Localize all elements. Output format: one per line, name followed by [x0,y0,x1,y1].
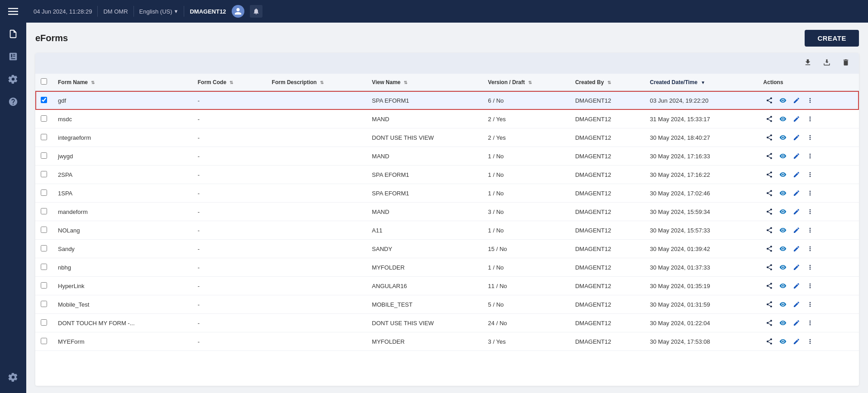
row-checkbox[interactable] [41,171,47,177]
more-button[interactable] [804,151,816,161]
share-button[interactable] [763,133,775,142]
share-button[interactable] [763,336,775,346]
avatar[interactable] [232,5,244,18]
more-button[interactable] [804,336,816,346]
edit-button[interactable] [791,299,802,309]
more-button[interactable] [804,170,816,180]
more-button[interactable] [804,207,816,217]
more-button[interactable] [804,114,816,124]
row-checkbox-cell[interactable] [35,110,52,128]
edit-button[interactable] [791,151,802,161]
share-button[interactable] [763,318,775,328]
view-button[interactable] [777,114,789,124]
row-checkbox-cell[interactable] [35,203,52,221]
sidebar-item-document[interactable] [0,23,26,45]
row-checkbox[interactable] [41,152,47,159]
row-checkbox-cell[interactable] [35,128,52,147]
edit-button[interactable] [791,281,802,291]
sidebar-bottom-settings[interactable] [8,366,18,388]
row-checkbox[interactable] [41,282,47,289]
more-button[interactable] [804,225,816,235]
sidebar-item-settings[interactable] [0,68,26,90]
row-checkbox-cell[interactable] [35,277,52,295]
row-checkbox[interactable] [41,208,47,214]
row-checkbox-cell[interactable] [35,258,52,277]
row-checkbox-cell[interactable] [35,332,52,351]
row-checkbox[interactable] [41,134,47,140]
row-checkbox-cell[interactable] [35,184,52,203]
view-button[interactable] [777,225,789,235]
col-view-name[interactable]: View Name ⇅ [367,74,483,91]
edit-button[interactable] [791,225,802,235]
share-button[interactable] [763,207,775,217]
edit-button[interactable] [791,95,802,105]
view-button[interactable] [777,207,789,217]
view-button[interactable] [777,244,789,254]
col-created-by[interactable]: Created By ⇅ [570,74,644,91]
edit-button[interactable] [791,318,802,328]
share-button[interactable] [763,188,775,198]
share-button[interactable] [763,151,775,161]
sidebar-hamburger[interactable] [0,0,26,23]
more-button[interactable] [804,188,816,198]
row-checkbox-cell[interactable] [35,221,52,240]
row-checkbox[interactable] [41,264,47,270]
edit-button[interactable] [791,133,802,142]
download-button[interactable] [800,57,816,70]
row-checkbox-cell[interactable] [35,166,52,184]
edit-button[interactable] [791,170,802,180]
edit-button[interactable] [791,207,802,217]
row-checkbox-cell[interactable] [35,147,52,166]
share-button[interactable] [763,262,775,272]
view-button[interactable] [777,95,789,105]
row-checkbox[interactable] [41,245,47,251]
view-button[interactable] [777,318,789,328]
view-button[interactable] [777,299,789,309]
row-checkbox-cell[interactable] [35,240,52,258]
edit-button[interactable] [791,244,802,254]
more-button[interactable] [804,299,816,309]
sidebar-item-help[interactable] [0,90,26,113]
more-button[interactable] [804,244,816,254]
share-button[interactable] [763,299,775,309]
view-button[interactable] [777,281,789,291]
select-all-checkbox[interactable] [41,78,47,85]
more-button[interactable] [804,318,816,328]
row-checkbox[interactable] [41,97,47,103]
row-checkbox-cell[interactable] [35,314,52,332]
view-button[interactable] [777,188,789,198]
view-button[interactable] [777,151,789,161]
view-button[interactable] [777,133,789,142]
more-button[interactable] [804,281,816,291]
share-button[interactable] [763,114,775,124]
col-form-code[interactable]: Form Code ⇅ [192,74,267,91]
more-button[interactable] [804,95,816,105]
col-form-description[interactable]: Form Description ⇅ [267,74,367,91]
col-form-name[interactable]: Form Name ⇅ [52,74,192,91]
share-button[interactable] [763,95,775,105]
edit-button[interactable] [791,336,802,346]
row-checkbox[interactable] [41,115,47,122]
more-button[interactable] [804,133,816,142]
share-button[interactable] [763,281,775,291]
row-checkbox-cell[interactable] [35,295,52,314]
edit-button[interactable] [791,114,802,124]
view-button[interactable] [777,170,789,180]
row-checkbox-cell[interactable] [35,91,52,110]
edit-button[interactable] [791,262,802,272]
language-selector[interactable]: English (US) ▼ [139,8,179,15]
share-button[interactable] [763,170,775,180]
nav-bell-icon[interactable] [250,5,262,18]
view-button[interactable] [777,262,789,272]
upload-button[interactable] [819,57,835,70]
share-button[interactable] [763,225,775,235]
more-button[interactable] [804,262,816,272]
share-button[interactable] [763,244,775,254]
row-checkbox[interactable] [41,227,47,233]
row-checkbox[interactable] [41,338,47,344]
row-checkbox[interactable] [41,189,47,196]
col-version-draft[interactable]: Version / Draft ⇅ [482,74,570,91]
col-created-datetime[interactable]: Created Date/Time ▼ [644,74,758,91]
view-button[interactable] [777,336,789,346]
row-checkbox[interactable] [41,319,47,326]
